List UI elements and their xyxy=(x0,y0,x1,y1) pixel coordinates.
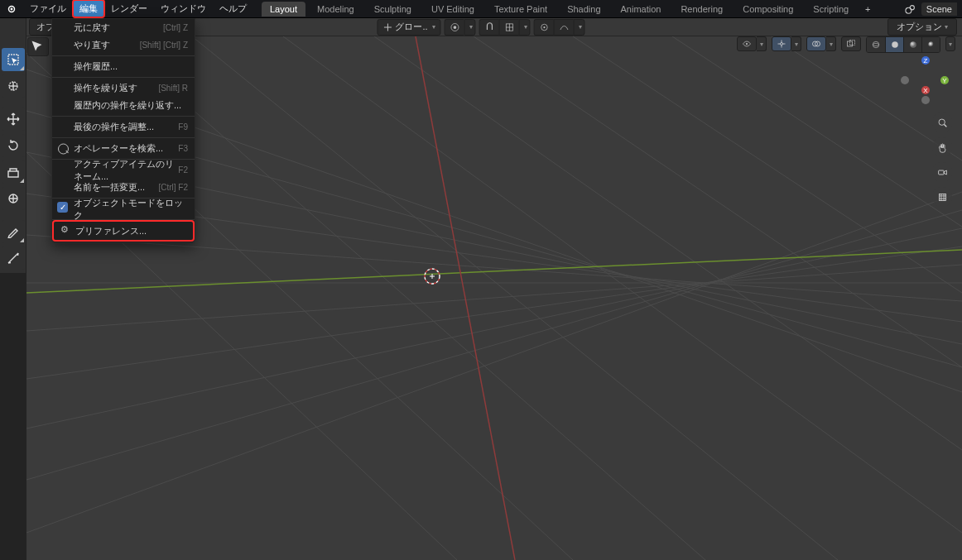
svg-point-58 xyxy=(939,119,945,125)
pivot-chevron[interactable]: ▾ xyxy=(464,19,476,36)
menu-adjust-last-label: 最後の操作を調整... xyxy=(74,121,154,133)
visibility-chevron[interactable]: ▾ xyxy=(757,36,767,51)
menu-rename-active[interactable]: アクティブアイテムのリネーム... F2 xyxy=(52,161,195,179)
tab-rendering[interactable]: Rendering xyxy=(672,2,731,17)
tab-texture-paint[interactable]: Texture Paint xyxy=(486,2,556,17)
svg-rect-28 xyxy=(8,171,18,177)
menu-undo-history-label: 操作履歴... xyxy=(74,60,118,73)
tab-sculpting[interactable]: Sculpting xyxy=(366,2,420,17)
navigation-gizmo[interactable]: Z Y X xyxy=(901,56,950,106)
axis-neg-icon[interactable] xyxy=(921,96,930,104)
svg-point-3 xyxy=(910,5,914,9)
snap-toggle[interactable] xyxy=(479,19,499,36)
menu-preferences[interactable]: プリファレンス... xyxy=(54,222,193,240)
tool-annotate[interactable] xyxy=(2,220,25,243)
show-overlays-toggle[interactable] xyxy=(806,36,826,51)
menu-repeat-history[interactable]: 履歴内の操作を繰り返す... xyxy=(52,97,195,114)
options-popover-button[interactable]: オプション ▾ xyxy=(887,18,957,36)
overlay-chevron[interactable]: ▾ xyxy=(826,36,836,51)
menu-adjust-last[interactable]: 最後の操作を調整... F9 xyxy=(52,118,195,136)
menu-redo[interactable]: やり直す [Shift] [Ctrl] Z xyxy=(52,36,195,54)
gizmo-chevron[interactable]: ▾ xyxy=(791,36,801,51)
workspace-tabs: Layout Modeling Sculpting UV Editing Tex… xyxy=(262,0,875,18)
svg-point-6 xyxy=(453,26,456,29)
menu-search-shortcut: F3 xyxy=(178,144,188,153)
tab-compositing[interactable]: Compositing xyxy=(734,2,801,17)
tool-scale[interactable] xyxy=(2,160,25,184)
menu-separator xyxy=(52,77,195,78)
menu-repeat-last-label: 操作を繰り返す xyxy=(74,82,137,94)
viewport-nav-controls xyxy=(932,112,952,207)
svg-point-21 xyxy=(892,41,898,48)
tool-expand-icon xyxy=(20,238,24,242)
proportional-falloff-dropdown[interactable] xyxy=(554,19,574,36)
menu-undo[interactable]: 元に戻す [Ctrl] Z xyxy=(52,19,195,36)
axis-neg-icon[interactable] xyxy=(901,76,909,84)
shading-rendered[interactable] xyxy=(921,37,940,52)
snap-element-dropdown[interactable] xyxy=(499,19,519,36)
menu-window[interactable]: ウィンドウ xyxy=(154,0,213,17)
menu-undo-shortcut: [Ctrl] Z xyxy=(163,23,188,32)
menu-undo-history[interactable]: 操作履歴... xyxy=(52,58,195,75)
tool-expand-icon xyxy=(20,66,24,70)
shading-material-preview[interactable] xyxy=(903,37,921,52)
tab-animation[interactable]: Animation xyxy=(613,2,670,17)
menu-batch-rename[interactable]: 名前を一括変更... [Ctrl] F2 xyxy=(52,179,195,196)
add-workspace-button[interactable]: + xyxy=(860,4,875,14)
pan-icon[interactable] xyxy=(932,137,952,157)
chevron-down-icon: ▾ xyxy=(945,23,948,31)
axis-y-icon[interactable]: Y xyxy=(940,76,949,84)
menu-edit[interactable]: 編集 xyxy=(73,0,104,17)
tab-uv-editing[interactable]: UV Editing xyxy=(423,2,483,17)
snap-chevron[interactable]: ▾ xyxy=(519,19,531,36)
shading-solid[interactable] xyxy=(885,37,903,52)
tab-shading[interactable]: Shading xyxy=(559,2,608,17)
tab-scripting[interactable]: Scripting xyxy=(805,2,857,17)
menu-preferences-label: プリファレンス... xyxy=(75,225,147,237)
menu-file[interactable]: ファイル xyxy=(23,0,73,17)
scene-icon[interactable] xyxy=(905,3,916,15)
menu-lock-object-mode[interactable]: オブジェクトモードをロック xyxy=(52,200,195,218)
menu-batch-rename-shortcut: [Ctrl] F2 xyxy=(158,183,188,192)
blender-logo-icon[interactable] xyxy=(3,1,20,17)
svg-point-23 xyxy=(928,41,935,48)
tool-select-box[interactable] xyxy=(2,48,25,71)
svg-point-14 xyxy=(781,43,783,45)
axis-z-icon[interactable]: Z xyxy=(921,56,930,65)
axis-x-icon[interactable]: X xyxy=(921,86,930,94)
proportional-edit-toggle[interactable] xyxy=(534,19,554,36)
tool-move[interactable] xyxy=(2,108,25,131)
viewport-shading-row: ▾ ▾ ▾ ▾ xyxy=(737,36,955,53)
xray-toggle[interactable] xyxy=(841,36,861,51)
tool-transform[interactable] xyxy=(2,187,25,210)
scene-selector[interactable]: Scene xyxy=(921,2,957,16)
prop-chevron[interactable]: ▾ xyxy=(574,19,585,36)
zoom-icon[interactable] xyxy=(932,112,952,132)
menu-undo-label: 元に戻す xyxy=(74,22,110,34)
camera-view-icon[interactable] xyxy=(932,162,952,182)
menu-help[interactable]: ヘルプ xyxy=(213,0,253,17)
svg-point-20 xyxy=(873,44,879,46)
object-visibility-popover[interactable] xyxy=(737,36,757,51)
show-gizmos-toggle[interactable] xyxy=(772,36,791,51)
tab-layout[interactable]: Layout xyxy=(262,2,305,17)
viewport-shading-modes xyxy=(866,36,940,53)
transform-orientation-dropdown[interactable]: グロー.. ▾ xyxy=(377,19,440,36)
menu-adjust-last-shortcut: F9 xyxy=(178,122,188,132)
shading-chevron[interactable]: ▾ xyxy=(945,36,955,51)
menu-repeat-history-label: 履歴内の操作を繰り返す... xyxy=(74,99,181,112)
tool-measure[interactable] xyxy=(2,246,25,270)
tab-modeling[interactable]: Modeling xyxy=(309,2,363,17)
menu-repeat-last-shortcut: [Shift] R xyxy=(158,84,188,93)
menu-separator xyxy=(52,116,195,117)
menu-repeat-last[interactable]: 操作を繰り返す [Shift] R xyxy=(52,79,195,97)
shading-wireframe[interactable] xyxy=(867,37,885,52)
tool-rotate[interactable] xyxy=(2,134,25,157)
menu-separator xyxy=(52,137,195,138)
select-box-dropdown[interactable] xyxy=(27,37,49,56)
pivot-point-dropdown[interactable] xyxy=(445,19,464,36)
menu-render[interactable]: レンダー xyxy=(104,0,154,17)
tool-cursor[interactable] xyxy=(2,74,25,98)
menu-operator-search[interactable]: オペレーターを検索... F3 xyxy=(52,140,195,157)
toggle-orthographic-icon[interactable] xyxy=(932,187,952,207)
